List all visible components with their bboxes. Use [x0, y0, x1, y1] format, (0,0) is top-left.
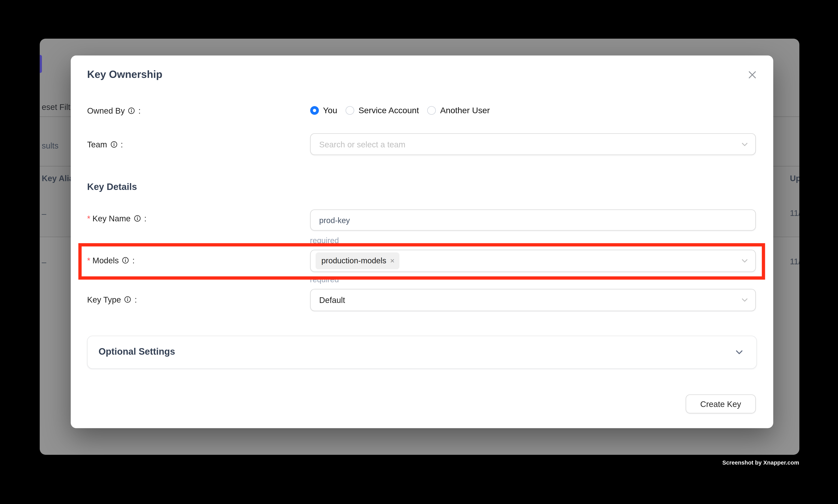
- radio-unselected-icon[interactable]: [427, 106, 436, 115]
- background-table-cell: –: [42, 257, 46, 267]
- info-icon[interactable]: [124, 296, 131, 303]
- background-table-cell: 11/: [790, 209, 799, 218]
- key-type-select[interactable]: Default: [310, 289, 755, 311]
- owned-by-radio-group: You Service Account Another User: [310, 105, 490, 116]
- selected-model-tag: production-models ×: [315, 252, 399, 269]
- radio-option-label: You: [323, 105, 337, 116]
- model-tag-label: production-models: [321, 256, 386, 265]
- radio-option-label: Service Account: [358, 105, 419, 116]
- key-type-value: Default: [310, 295, 345, 305]
- team-label: Team :: [87, 139, 123, 150]
- key-type-label: Key Type :: [87, 294, 137, 305]
- required-asterisk: *: [87, 255, 90, 265]
- screenshot-canvas: eset Filt sults Key Alia Up – 11/ – 11/ …: [0, 0, 838, 504]
- background-table-cell: 11/: [790, 257, 799, 267]
- radio-option-service-account[interactable]: Service Account: [345, 105, 419, 116]
- background-primary-button: [40, 55, 42, 73]
- required-asterisk: *: [87, 214, 90, 223]
- chevron-down-icon: [741, 141, 748, 148]
- radio-unselected-icon[interactable]: [345, 106, 354, 115]
- chevron-down-icon: [741, 297, 748, 304]
- radio-option-label: Another User: [440, 105, 490, 116]
- create-key-modal: Key Ownership Owned By : You Service Acc…: [70, 56, 773, 428]
- close-icon[interactable]: [746, 69, 758, 80]
- info-icon[interactable]: [110, 141, 117, 148]
- background-reset-filters-label: eset Filt: [42, 102, 70, 112]
- radio-option-you[interactable]: You: [310, 105, 337, 116]
- key-name-input[interactable]: prod-key: [310, 210, 755, 231]
- team-select[interactable]: Search or select a team: [310, 133, 755, 155]
- models-select[interactable]: production-models ×: [310, 250, 755, 272]
- modal-title: Key Ownership: [87, 68, 162, 82]
- key-type-label-text: Key Type: [87, 295, 121, 304]
- radio-option-another-user[interactable]: Another User: [427, 105, 490, 116]
- radio-selected-icon[interactable]: [310, 106, 319, 115]
- models-colon: :: [132, 255, 135, 265]
- watermark-text: Screenshot by Xnapper.com: [722, 459, 799, 465]
- team-colon: :: [121, 140, 123, 149]
- create-key-button[interactable]: Create Key: [686, 394, 755, 414]
- chevron-down-icon: [735, 348, 743, 356]
- optional-settings-panel[interactable]: Optional Settings: [87, 336, 756, 368]
- background-results-count: sults: [42, 141, 58, 150]
- models-validation-hint: required: [310, 275, 339, 284]
- info-icon[interactable]: [122, 257, 129, 264]
- background-table-cell: –: [42, 209, 46, 219]
- background-column-header-key-alias: Key Alia: [42, 174, 74, 183]
- owned-by-label: Owned By :: [87, 105, 141, 116]
- owned-by-colon: :: [139, 106, 141, 115]
- key-details-heading: Key Details: [87, 181, 137, 194]
- tag-remove-icon[interactable]: ×: [390, 257, 395, 265]
- key-name-label: * Key Name :: [87, 213, 146, 224]
- info-icon[interactable]: [134, 215, 141, 222]
- owned-by-label-text: Owned By: [87, 106, 125, 115]
- team-label-text: Team: [87, 140, 107, 149]
- key-type-colon: :: [135, 295, 137, 304]
- chevron-down-icon: [741, 257, 748, 264]
- models-label-text: Models: [92, 255, 119, 265]
- background-column-header-updated: Up: [790, 174, 799, 183]
- key-name-label-text: Key Name: [92, 214, 131, 223]
- key-name-value: prod-key: [310, 216, 350, 224]
- info-icon[interactable]: [128, 107, 135, 114]
- models-label: * Models :: [87, 255, 135, 266]
- optional-settings-heading: Optional Settings: [88, 347, 175, 358]
- team-select-placeholder: Search or select a team: [310, 140, 405, 149]
- key-name-validation-hint: required: [310, 236, 339, 245]
- key-name-colon: :: [144, 214, 146, 223]
